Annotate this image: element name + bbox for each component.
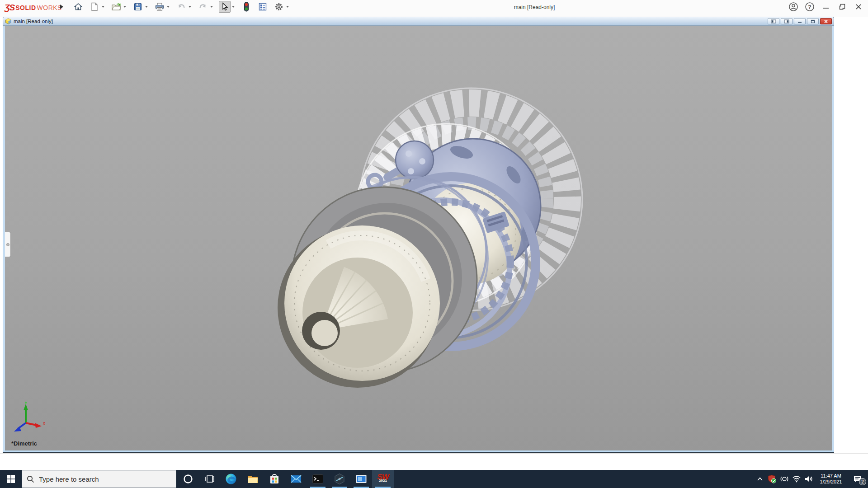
redo-dropdown[interactable]: [209, 1, 214, 13]
open-dropdown[interactable]: [122, 1, 127, 13]
doc-restore-button[interactable]: [807, 18, 819, 24]
doc-restore-icon: [810, 19, 816, 23]
taskbar-mail-button[interactable]: [285, 470, 307, 488]
graphics-viewport[interactable]: x *Dimetric: [5, 26, 832, 450]
undo-button-disabled[interactable]: [175, 1, 187, 13]
file-explorer-icon: [247, 474, 259, 484]
solidworks-logo-bold: SOLID: [15, 4, 36, 11]
save-floppy-icon: [133, 2, 142, 11]
featuremanager-collapsed-tab[interactable]: [5, 232, 11, 257]
doc-close-button[interactable]: [820, 18, 832, 24]
taskbar-search[interactable]: [22, 470, 176, 488]
tray-sw-resource-monitor-button[interactable]: [766, 470, 778, 488]
document-titlebar[interactable]: main [Read-only]: [3, 17, 834, 26]
undo-icon: [177, 3, 186, 11]
taskbar-edge-button[interactable]: [220, 470, 242, 488]
tray-time: 11:47 AM: [815, 473, 847, 479]
tray-volume-button[interactable]: [802, 470, 815, 488]
doc-close-icon: [823, 19, 829, 23]
action-center-button[interactable]: 2: [847, 470, 868, 488]
command-prompt-icon: [312, 474, 324, 484]
display-app-icon: [355, 474, 367, 484]
solidworks-logo-glyph: ƷS: [5, 3, 14, 13]
search-input[interactable]: [39, 475, 156, 483]
taskbar-pinned-apps: SW 2021: [220, 470, 394, 488]
view-orientation-label: *Dimetric: [11, 440, 37, 447]
task-view-icon: [205, 474, 215, 483]
taskbar-terminal-button[interactable]: [307, 470, 329, 488]
doc-minimize-icon: [797, 19, 802, 23]
new-document-button[interactable]: [89, 1, 100, 13]
microsoft-store-icon: [269, 473, 280, 485]
home-button[interactable]: [72, 1, 84, 13]
rebuild-traffic-light-icon: [244, 2, 249, 12]
undo-dropdown[interactable]: [187, 1, 193, 13]
doc-minimize-button[interactable]: [794, 18, 806, 24]
notification-count-badge: 2: [859, 478, 866, 485]
tray-wifi-button[interactable]: [790, 470, 802, 488]
solidworks-app-window: ƷS SOLID WORKS: [0, 0, 868, 488]
start-button[interactable]: [0, 470, 22, 488]
minimize-window-button[interactable]: [819, 0, 833, 13]
restore-window-button[interactable]: [835, 0, 849, 13]
taskbar-store-button[interactable]: [264, 470, 285, 488]
cortana-button[interactable]: [177, 470, 199, 488]
home-icon: [74, 2, 83, 11]
new-document-dropdown[interactable]: [100, 1, 106, 13]
account-button[interactable]: [787, 0, 800, 13]
main-titlebar: ƷS SOLID WORKS: [0, 0, 868, 17]
select-tool-button[interactable]: [219, 1, 231, 13]
mail-icon: [290, 474, 302, 484]
property-manager-button[interactable]: [257, 1, 269, 13]
select-cursor-icon: [221, 2, 229, 11]
print-button[interactable]: [154, 1, 165, 13]
cortana-icon: [183, 474, 193, 484]
triad-x-label: x: [43, 421, 45, 426]
document-window: main [Read-only]: [3, 17, 834, 453]
taskbar-edrawings-button[interactable]: [329, 470, 350, 488]
close-window-button[interactable]: [852, 0, 865, 13]
assembly-document-icon: [5, 18, 12, 24]
taskbar-display-app-button[interactable]: [350, 470, 372, 488]
pane-left-icon: [771, 19, 776, 23]
task-view-button[interactable]: [199, 470, 221, 488]
document-frame: x *Dimetric: [3, 26, 834, 450]
meet-now-icon: [780, 475, 789, 483]
save-button[interactable]: [132, 1, 144, 13]
close-icon: [854, 2, 863, 11]
options-button[interactable]: [273, 1, 285, 13]
options-dropdown[interactable]: [285, 1, 290, 13]
menu-flyout-arrow-icon[interactable]: [60, 5, 63, 9]
reference-triad[interactable]: x: [9, 401, 49, 435]
print-dropdown[interactable]: [165, 1, 171, 13]
chevron-up-icon: [757, 477, 763, 481]
rebuild-button[interactable]: [241, 1, 252, 13]
tray-chevron-up-button[interactable]: [754, 470, 766, 488]
tray-clock[interactable]: 11:47 AM 1/29/2021: [815, 473, 847, 485]
help-button[interactable]: ?: [803, 0, 816, 13]
document-window-controls: [768, 18, 832, 24]
solidworks-logo: ƷS SOLID WORKS: [5, 3, 62, 13]
status-bar: [0, 453, 868, 470]
titlebar-right-controls: ?: [787, 0, 865, 14]
select-tool-dropdown[interactable]: [231, 1, 236, 13]
property-manager-icon: [258, 2, 267, 11]
solidworks-logo-light: WORKS: [37, 4, 62, 11]
hexagon-app-icon: [334, 473, 345, 485]
jet-engine-model: [5, 26, 831, 450]
open-button[interactable]: [110, 1, 122, 13]
pane-right-icon: [784, 19, 789, 23]
taskbar-file-explorer-button[interactable]: [242, 470, 264, 488]
tray-meet-now-button[interactable]: [778, 470, 790, 488]
new-document-icon: [90, 2, 99, 11]
print-icon: [155, 2, 165, 11]
pane-left-button[interactable]: [768, 18, 779, 24]
tray-date: 1/29/2021: [815, 479, 847, 485]
restore-icon: [838, 2, 847, 11]
redo-button-disabled[interactable]: [197, 1, 209, 13]
pane-right-button[interactable]: [781, 18, 793, 24]
open-folder-icon: [111, 2, 121, 11]
save-dropdown[interactable]: [144, 1, 149, 13]
help-icon: ?: [805, 2, 815, 12]
taskbar-solidworks-button[interactable]: SW 2021: [372, 470, 394, 488]
